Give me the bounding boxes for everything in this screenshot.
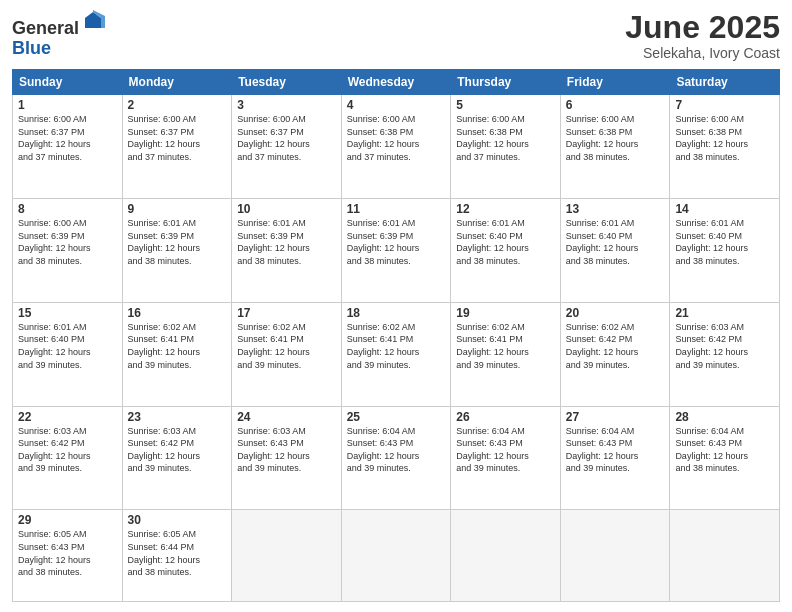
day-info: Sunrise: 6:04 AMSunset: 6:43 PMDaylight:… <box>347 425 446 475</box>
day-number: 27 <box>566 410 665 424</box>
day-info: Sunrise: 6:02 AMSunset: 6:41 PMDaylight:… <box>237 321 336 371</box>
table-row: 8Sunrise: 6:00 AMSunset: 6:39 PMDaylight… <box>13 198 123 302</box>
day-info: Sunrise: 6:04 AMSunset: 6:43 PMDaylight:… <box>456 425 555 475</box>
day-info: Sunrise: 6:05 AMSunset: 6:43 PMDaylight:… <box>18 528 117 578</box>
table-row: 18Sunrise: 6:02 AMSunset: 6:41 PMDayligh… <box>341 302 451 406</box>
day-info: Sunrise: 6:03 AMSunset: 6:42 PMDaylight:… <box>18 425 117 475</box>
logo-blue-text: Blue <box>12 38 51 58</box>
calendar-row-5: 29Sunrise: 6:05 AMSunset: 6:43 PMDayligh… <box>13 510 780 602</box>
col-saturday: Saturday <box>670 70 780 95</box>
logo-general-text: General <box>12 18 79 38</box>
day-number: 26 <box>456 410 555 424</box>
table-row: 23Sunrise: 6:03 AMSunset: 6:42 PMDayligh… <box>122 406 232 510</box>
col-tuesday: Tuesday <box>232 70 342 95</box>
calendar-page: General Blue June 2025 Selekaha, Ivory C… <box>0 0 792 612</box>
table-row: 13Sunrise: 6:01 AMSunset: 6:40 PMDayligh… <box>560 198 670 302</box>
day-info: Sunrise: 6:04 AMSunset: 6:43 PMDaylight:… <box>566 425 665 475</box>
table-row: 3Sunrise: 6:00 AMSunset: 6:37 PMDaylight… <box>232 95 342 199</box>
table-row: 30Sunrise: 6:05 AMSunset: 6:44 PMDayligh… <box>122 510 232 602</box>
table-row: 1Sunrise: 6:00 AMSunset: 6:37 PMDaylight… <box>13 95 123 199</box>
day-info: Sunrise: 6:00 AMSunset: 6:38 PMDaylight:… <box>675 113 774 163</box>
table-row: 4Sunrise: 6:00 AMSunset: 6:38 PMDaylight… <box>341 95 451 199</box>
table-row: 27Sunrise: 6:04 AMSunset: 6:43 PMDayligh… <box>560 406 670 510</box>
table-row: 12Sunrise: 6:01 AMSunset: 6:40 PMDayligh… <box>451 198 561 302</box>
table-row: 11Sunrise: 6:01 AMSunset: 6:39 PMDayligh… <box>341 198 451 302</box>
day-info: Sunrise: 6:03 AMSunset: 6:42 PMDaylight:… <box>128 425 227 475</box>
day-info: Sunrise: 6:01 AMSunset: 6:39 PMDaylight:… <box>237 217 336 267</box>
table-row: 21Sunrise: 6:03 AMSunset: 6:42 PMDayligh… <box>670 302 780 406</box>
calendar-row-1: 1Sunrise: 6:00 AMSunset: 6:37 PMDaylight… <box>13 95 780 199</box>
day-number: 18 <box>347 306 446 320</box>
location: Selekaha, Ivory Coast <box>625 45 780 61</box>
day-number: 6 <box>566 98 665 112</box>
day-number: 2 <box>128 98 227 112</box>
day-info: Sunrise: 6:02 AMSunset: 6:41 PMDaylight:… <box>128 321 227 371</box>
day-info: Sunrise: 6:03 AMSunset: 6:42 PMDaylight:… <box>675 321 774 371</box>
table-row <box>232 510 342 602</box>
table-row: 10Sunrise: 6:01 AMSunset: 6:39 PMDayligh… <box>232 198 342 302</box>
table-row: 22Sunrise: 6:03 AMSunset: 6:42 PMDayligh… <box>13 406 123 510</box>
day-number: 9 <box>128 202 227 216</box>
day-info: Sunrise: 6:02 AMSunset: 6:41 PMDaylight:… <box>347 321 446 371</box>
day-number: 3 <box>237 98 336 112</box>
day-number: 10 <box>237 202 336 216</box>
table-row: 19Sunrise: 6:02 AMSunset: 6:41 PMDayligh… <box>451 302 561 406</box>
month-title: June 2025 <box>625 10 780 45</box>
table-row <box>670 510 780 602</box>
day-number: 25 <box>347 410 446 424</box>
day-number: 11 <box>347 202 446 216</box>
calendar-table: Sunday Monday Tuesday Wednesday Thursday… <box>12 69 780 602</box>
table-row <box>451 510 561 602</box>
table-row: 9Sunrise: 6:01 AMSunset: 6:39 PMDaylight… <box>122 198 232 302</box>
calendar-header-row: Sunday Monday Tuesday Wednesday Thursday… <box>13 70 780 95</box>
table-row: 15Sunrise: 6:01 AMSunset: 6:40 PMDayligh… <box>13 302 123 406</box>
table-row <box>560 510 670 602</box>
table-row: 24Sunrise: 6:03 AMSunset: 6:43 PMDayligh… <box>232 406 342 510</box>
day-info: Sunrise: 6:03 AMSunset: 6:43 PMDaylight:… <box>237 425 336 475</box>
col-sunday: Sunday <box>13 70 123 95</box>
day-number: 22 <box>18 410 117 424</box>
calendar-row-2: 8Sunrise: 6:00 AMSunset: 6:39 PMDaylight… <box>13 198 780 302</box>
day-info: Sunrise: 6:00 AMSunset: 6:39 PMDaylight:… <box>18 217 117 267</box>
day-info: Sunrise: 6:00 AMSunset: 6:37 PMDaylight:… <box>237 113 336 163</box>
day-number: 30 <box>128 513 227 527</box>
day-number: 16 <box>128 306 227 320</box>
day-info: Sunrise: 6:00 AMSunset: 6:38 PMDaylight:… <box>456 113 555 163</box>
table-row: 26Sunrise: 6:04 AMSunset: 6:43 PMDayligh… <box>451 406 561 510</box>
day-info: Sunrise: 6:00 AMSunset: 6:38 PMDaylight:… <box>347 113 446 163</box>
day-info: Sunrise: 6:01 AMSunset: 6:40 PMDaylight:… <box>456 217 555 267</box>
day-number: 15 <box>18 306 117 320</box>
day-info: Sunrise: 6:01 AMSunset: 6:39 PMDaylight:… <box>347 217 446 267</box>
day-number: 7 <box>675 98 774 112</box>
table-row: 29Sunrise: 6:05 AMSunset: 6:43 PMDayligh… <box>13 510 123 602</box>
logo-icon <box>81 10 105 34</box>
day-info: Sunrise: 6:01 AMSunset: 6:40 PMDaylight:… <box>566 217 665 267</box>
day-number: 8 <box>18 202 117 216</box>
logo: General Blue <box>12 10 105 59</box>
table-row: 25Sunrise: 6:04 AMSunset: 6:43 PMDayligh… <box>341 406 451 510</box>
day-info: Sunrise: 6:02 AMSunset: 6:42 PMDaylight:… <box>566 321 665 371</box>
table-row <box>341 510 451 602</box>
day-number: 19 <box>456 306 555 320</box>
table-row: 17Sunrise: 6:02 AMSunset: 6:41 PMDayligh… <box>232 302 342 406</box>
table-row: 5Sunrise: 6:00 AMSunset: 6:38 PMDaylight… <box>451 95 561 199</box>
day-number: 21 <box>675 306 774 320</box>
table-row: 20Sunrise: 6:02 AMSunset: 6:42 PMDayligh… <box>560 302 670 406</box>
calendar-row-3: 15Sunrise: 6:01 AMSunset: 6:40 PMDayligh… <box>13 302 780 406</box>
day-number: 13 <box>566 202 665 216</box>
table-row: 7Sunrise: 6:00 AMSunset: 6:38 PMDaylight… <box>670 95 780 199</box>
day-number: 17 <box>237 306 336 320</box>
col-monday: Monday <box>122 70 232 95</box>
day-info: Sunrise: 6:01 AMSunset: 6:40 PMDaylight:… <box>675 217 774 267</box>
day-number: 23 <box>128 410 227 424</box>
table-row: 2Sunrise: 6:00 AMSunset: 6:37 PMDaylight… <box>122 95 232 199</box>
day-number: 28 <box>675 410 774 424</box>
day-info: Sunrise: 6:04 AMSunset: 6:43 PMDaylight:… <box>675 425 774 475</box>
calendar-row-4: 22Sunrise: 6:03 AMSunset: 6:42 PMDayligh… <box>13 406 780 510</box>
day-info: Sunrise: 6:00 AMSunset: 6:37 PMDaylight:… <box>18 113 117 163</box>
day-number: 14 <box>675 202 774 216</box>
day-info: Sunrise: 6:02 AMSunset: 6:41 PMDaylight:… <box>456 321 555 371</box>
table-row: 16Sunrise: 6:02 AMSunset: 6:41 PMDayligh… <box>122 302 232 406</box>
day-number: 24 <box>237 410 336 424</box>
day-number: 20 <box>566 306 665 320</box>
